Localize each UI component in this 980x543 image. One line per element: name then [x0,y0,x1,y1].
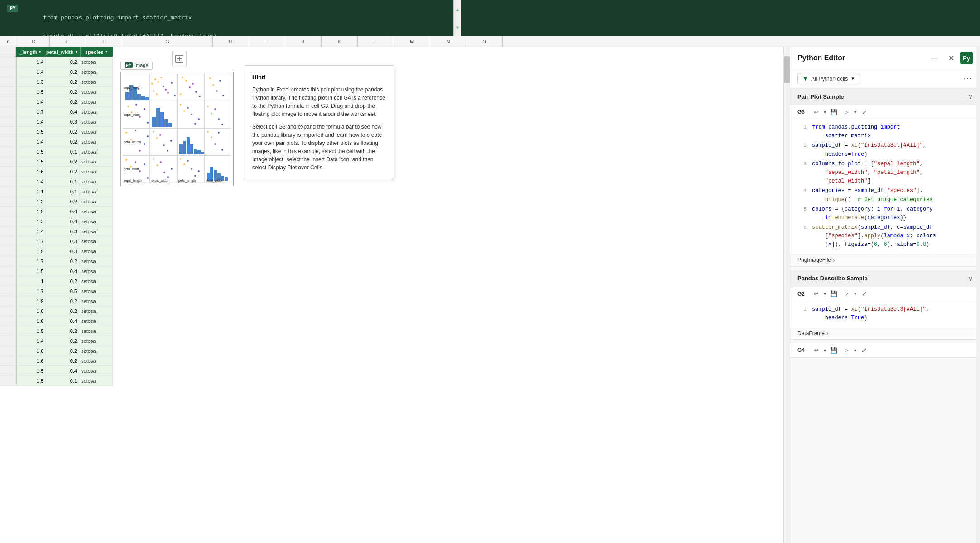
dataframe-link[interactable]: DataFrame › [790,327,980,339]
run-button-g3[interactable]: ▷ [841,107,851,117]
col-header-l: L [358,36,394,47]
table-row[interactable]: 1.40.2setosa [0,67,113,77]
table-row[interactable]: 1.50.4setosa [0,366,113,376]
svg-rect-30 [145,97,149,100]
svg-point-101 [207,131,209,133]
table-row[interactable]: 1.50.1setosa [0,147,113,157]
table-row[interactable]: 1.20.2setosa [0,197,113,207]
undo-button-g2[interactable]: ↩ [811,289,821,299]
table-row[interactable]: 1.60.2setosa [0,356,113,366]
table-row[interactable]: 1.30.2setosa [0,77,113,87]
code-line-3: 3 columns_to_plot = ["sepal_length", "se… [790,159,980,187]
svg-rect-29 [141,96,145,100]
expand-button-g4[interactable]: ⤢ [859,345,869,355]
table-row[interactable]: 1.70.4setosa [0,107,113,117]
svg-point-111 [147,177,149,179]
table-row[interactable]: 1.40.2setosa [0,97,113,107]
editor-content: Pair Plot Sample ∨ G3 ↩ ▾ 💾 ▷ ▾ [790,88,980,543]
svg-point-103 [214,143,216,145]
table-row[interactable]: 1.40.1setosa [0,177,113,187]
svg-rect-31 [152,117,156,127]
chart-box[interactable]: sepal_length sepal_width petal_length pe… [120,72,234,186]
table-row[interactable]: 1.60.4setosa [0,316,113,326]
undo-button-g3[interactable]: ↩ [811,107,821,117]
scroll-down-icon[interactable]: ▼ [456,25,459,30]
table-row[interactable]: 10.2setosa [0,276,113,286]
undo-dropdown-g4[interactable]: ▾ [824,348,826,353]
table-row[interactable]: 1.60.2setosa [0,346,113,356]
run-dropdown-g4[interactable]: ▾ [854,348,856,353]
svg-point-82 [194,123,196,125]
undo-button-g4[interactable]: ↩ [811,345,821,355]
table-row[interactable]: 1.40.2setosa [0,137,113,147]
table-row[interactable]: 1.70.3setosa [0,236,113,246]
svg-rect-34 [164,119,168,127]
svg-point-58 [153,90,154,92]
run-dropdown-g3[interactable]: ▾ [854,110,856,115]
svg-point-49 [154,78,156,80]
table-row[interactable]: 1.60.2setosa [0,167,113,177]
undo-dropdown-g3[interactable]: ▾ [824,110,826,115]
table-row[interactable]: 1.50.3setosa [0,246,113,256]
editor-title: Python Editor [797,54,926,62]
filter-all-python-cells-button[interactable]: ▼ All Python cells ▼ [797,73,860,84]
col-header-k: K [322,36,358,47]
more-options-button[interactable]: ··· [963,74,973,83]
run-button-g4[interactable]: ▷ [841,345,851,355]
pandas-describe-section-header[interactable]: Pandas Describe Sample ∨ [790,270,980,287]
table-row[interactable]: 1.50.1setosa [0,376,113,386]
svg-point-88 [221,124,223,125]
save-button-g2[interactable]: 💾 [829,289,839,299]
svg-text:sepal_length: sepal_length [124,86,142,90]
table-row[interactable]: 1.30.4setosa [0,216,113,226]
svg-point-116 [167,176,169,178]
table-row[interactable]: 1.90.2setosa [0,296,113,306]
col-petal-width-header: petal_width ▼ [44,47,80,57]
png-image-file-link[interactable]: PngImageFile › [790,254,980,266]
table-row[interactable]: 1.60.2setosa [0,306,113,316]
svg-point-106 [125,159,127,161]
table-row[interactable]: 1.40.3setosa [0,117,113,127]
save-button-g4[interactable]: 💾 [829,345,839,355]
svg-point-123 [198,170,200,172]
svg-point-118 [180,158,182,160]
scroll-up-icon[interactable]: ▲ [456,7,459,12]
table-header-row: l_length ▼ petal_width ▼ species ▼ [0,47,113,57]
table-row[interactable]: 1.70.2setosa [0,256,113,266]
expand-button-g2[interactable]: ⤢ [859,289,869,299]
svg-point-90 [130,139,132,140]
vertical-scrollbar[interactable] [783,47,790,543]
svg-point-85 [211,113,212,115]
run-dropdown-g2[interactable]: ▾ [854,291,856,296]
undo-dropdown-g2[interactable]: ▾ [824,291,826,296]
expand-button-g3[interactable]: ⤢ [859,107,869,117]
svg-text:sepal_length: sepal_length [124,179,142,183]
save-button-g3[interactable]: 💾 [829,107,839,117]
svg-point-107 [130,166,132,168]
minimize-button[interactable]: — [929,53,940,63]
col-header-i: I [249,36,285,47]
scrollbar-thumb[interactable] [784,56,790,83]
g2-toolbar: G2 ↩ ▾ 💾 ▷ ▾ ⤢ [790,287,980,301]
table-row[interactable]: 1.70.5setosa [0,286,113,296]
table-row[interactable]: 1.50.4setosa [0,207,113,216]
table-row[interactable]: 1.50.2setosa [0,157,113,167]
editor-scrollbar[interactable] [976,47,980,543]
table-row[interactable]: 1.10.1setosa [0,187,113,197]
table-row[interactable]: 1.50.2setosa [0,326,113,336]
collapse-icon: ∨ [968,93,973,100]
table-row[interactable]: 1.40.2setosa [0,57,113,67]
col-spacer [503,36,980,47]
col-petal-length-header: l_length ▼ [16,47,44,57]
table-row[interactable]: 1.50.2setosa [0,87,113,97]
svg-point-53 [163,86,164,87]
close-button[interactable]: ✕ [946,53,956,63]
table-row[interactable]: 1.50.4setosa [0,266,113,276]
g2-cell-ref: G2 [797,291,808,297]
svg-text:sepal_width: sepal_width [124,113,140,117]
run-button-g2[interactable]: ▷ [841,289,851,299]
table-row[interactable]: 1.40.3setosa [0,226,113,236]
table-row[interactable]: 1.40.2setosa [0,336,113,346]
pair-plot-section-header[interactable]: Pair Plot Sample ∨ [790,88,980,105]
table-row[interactable]: 1.50.2setosa [0,127,113,137]
